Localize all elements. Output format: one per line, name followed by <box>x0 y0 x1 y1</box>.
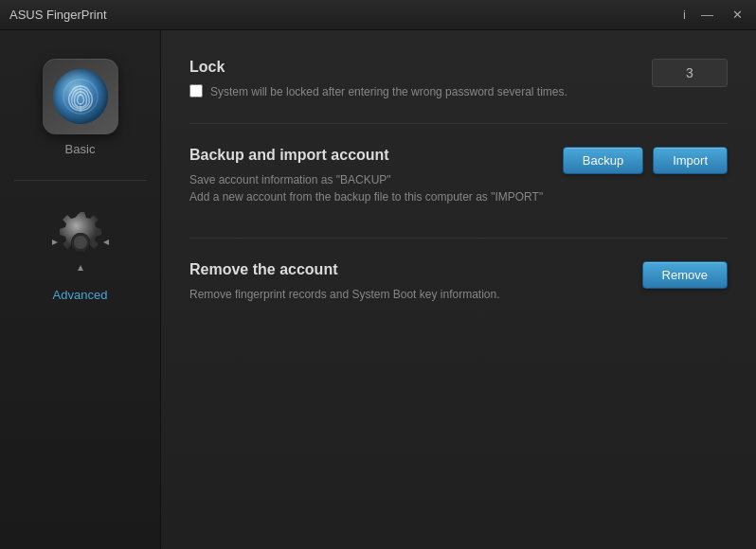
content-area: Lock System will be locked after enterin… <box>161 30 756 549</box>
remove-right: Remove <box>642 261 728 289</box>
remove-section: Remove the account Remove fingerprint re… <box>189 261 728 326</box>
lock-right: 3 <box>652 59 728 87</box>
backup-left: Backup and import account Save account i… <box>189 147 543 205</box>
lock-title: Lock <box>189 59 633 76</box>
title-bar-left: ASUS FingerPrint <box>9 8 107 22</box>
backup-section: Backup and import account Save account i… <box>189 147 728 239</box>
backup-button[interactable]: Backup <box>563 147 643 174</box>
gear-icon <box>43 204 118 280</box>
title-bar: ASUS FingerPrint i — ✕ <box>0 0 756 30</box>
sidebar-item-advanced[interactable]: Advanced <box>14 195 147 311</box>
backup-title: Backup and import account <box>189 147 543 164</box>
sidebar-divider <box>14 180 147 181</box>
lock-number-box[interactable]: 3 <box>652 59 728 87</box>
remove-layout: Remove the account Remove fingerprint re… <box>189 261 728 303</box>
backup-header: Backup and import account Save account i… <box>189 147 728 205</box>
info-icon[interactable]: i <box>683 8 686 22</box>
title-bar-controls: i — ✕ <box>683 7 747 23</box>
gear-svg <box>46 208 115 276</box>
lock-checkbox-row: System will be locked after entering the… <box>189 83 633 100</box>
lock-layout: Lock System will be locked after enterin… <box>189 59 728 100</box>
fingerprint-icon-inner <box>53 69 108 124</box>
import-button[interactable]: Import <box>653 147 728 174</box>
backup-desc1: Save account information as "BACKUP" <box>189 171 543 188</box>
app-title: ASUS FingerPrint <box>9 8 107 22</box>
remove-button[interactable]: Remove <box>642 261 728 289</box>
backup-buttons: Backup Import <box>563 147 728 174</box>
remove-title: Remove the account <box>189 261 623 278</box>
fingerprint-svg <box>61 77 100 116</box>
sidebar-item-basic-label: Basic <box>65 142 96 156</box>
lock-checkbox[interactable] <box>189 84 203 97</box>
close-button[interactable]: ✕ <box>729 7 747 23</box>
main-layout: Basic <box>0 30 756 549</box>
fingerprint-icon <box>43 59 118 134</box>
sidebar: Basic <box>0 30 161 549</box>
remove-desc: Remove fingerprint records and System Bo… <box>189 286 597 303</box>
remove-left: Remove the account Remove fingerprint re… <box>189 261 623 303</box>
minimize-button[interactable]: — <box>697 7 717 23</box>
sidebar-item-basic[interactable]: Basic <box>14 49 147 166</box>
lock-left: Lock System will be locked after enterin… <box>189 59 633 100</box>
backup-desc2: Add a new account from the backup file t… <box>189 188 543 205</box>
sidebar-item-advanced-label: Advanced <box>53 288 108 302</box>
lock-section: Lock System will be locked after enterin… <box>189 59 728 124</box>
lock-checkbox-label: System will be locked after entering the… <box>210 83 567 100</box>
svg-point-3 <box>74 236 87 249</box>
